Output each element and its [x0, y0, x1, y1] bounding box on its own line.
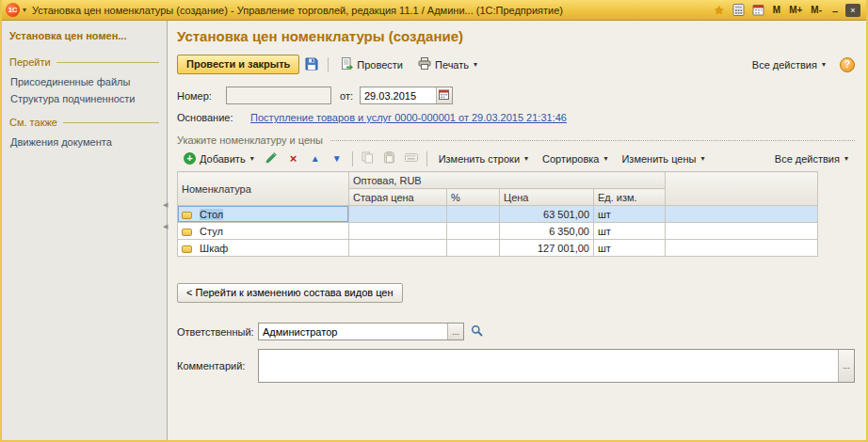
cell-filler [666, 240, 818, 257]
post-button[interactable]: Провести [334, 54, 410, 75]
comment-field: ... [258, 349, 855, 383]
change-rows-button[interactable]: Изменить строки ▾ [432, 150, 535, 168]
document-form: Установка цен номенклатуры (создание) Пр… [168, 21, 866, 440]
sorting-label: Сортировка [542, 153, 599, 165]
basis-link[interactable]: Поступление товаров и услуг 0000-000001 … [250, 112, 567, 123]
cell-filler [666, 223, 818, 240]
splitter-collapse-icon[interactable]: ◀ [163, 201, 168, 208]
nomenclature-item-icon [182, 212, 192, 219]
cell-old-price[interactable] [349, 240, 447, 257]
responsible-label: Ответственный: [177, 326, 258, 338]
sorting-button[interactable]: Сортировка ▾ [536, 150, 614, 168]
save-button[interactable] [301, 55, 322, 74]
change-rows-label: Изменить строки [439, 153, 520, 165]
keyboard-icon [405, 152, 418, 165]
cell-percent[interactable] [447, 240, 500, 257]
chevron-down-icon: ▾ [524, 154, 528, 163]
responsible-search-button[interactable] [466, 322, 487, 341]
number-label: Номер: [177, 90, 226, 102]
goto-row: < Перейти к изменению состава видов цен [177, 283, 855, 303]
table-row[interactable]: Стол 63 501,00 шт [178, 206, 818, 223]
table-all-actions-button[interactable]: Все действия ▾ [768, 150, 855, 168]
table-toolbar: + Добавить ▾ × ▲ ▼ [177, 149, 855, 168]
chevron-down-icon: ▾ [250, 154, 254, 163]
column-header-old-price[interactable]: Старая цена [349, 189, 447, 206]
window-title: Установка цен номенклатуры (создание) - … [32, 5, 708, 16]
cell-unit[interactable]: шт [594, 240, 666, 257]
cell-price[interactable]: 6 350,00 [500, 223, 594, 240]
move-up-button[interactable]: ▲ [305, 149, 326, 168]
column-header-percent[interactable]: % [447, 189, 500, 206]
table-row[interactable]: Стул 6 350,00 шт [178, 223, 818, 240]
column-header-filler [666, 172, 818, 206]
date-picker-calendar-icon [439, 89, 449, 102]
cell-nomenclature[interactable]: Стул [178, 223, 349, 240]
delete-row-button[interactable]: × [283, 149, 304, 168]
post-and-close-button[interactable]: Провести и закрыть [177, 55, 299, 74]
print-label: Печать [435, 59, 469, 71]
date-picker-button[interactable] [436, 87, 452, 103]
cell-percent[interactable] [447, 206, 500, 223]
all-actions-button[interactable]: Все действия ▾ [746, 55, 832, 74]
calculator-icon[interactable] [731, 2, 747, 18]
column-header-nomenclature[interactable]: Номенклатура [178, 172, 349, 206]
splitter-collapse-icon-2[interactable]: ◀ [163, 223, 168, 229]
number-input[interactable] [226, 87, 331, 104]
add-row-button[interactable]: + Добавить ▾ [177, 149, 261, 168]
help-button[interactable]: ? [840, 57, 855, 72]
date-input[interactable] [361, 87, 436, 103]
cell-old-price[interactable] [349, 223, 447, 240]
comment-input[interactable] [259, 350, 838, 382]
print-icon [418, 57, 431, 71]
minimize-icon[interactable]: – [828, 4, 843, 17]
column-header-unit[interactable]: Ед. изм. [594, 189, 666, 206]
table-row[interactable]: Шкаф 127 001,00 шт [178, 240, 818, 257]
main-toolbar: Провести и закрыть Провести Печать ▾ Все… [177, 54, 855, 75]
close-icon[interactable]: × [845, 4, 860, 17]
sidebar-splitter[interactable]: ◀ ◀ [163, 201, 168, 229]
change-prices-button[interactable]: Изменить цены ▾ [615, 150, 711, 168]
comment-row: Комментарий: ... [177, 349, 855, 383]
cell-price[interactable]: 63 501,00 [500, 206, 594, 223]
responsible-select-button[interactable]: ... [447, 324, 463, 339]
favorites-star-icon[interactable]: ★ [711, 2, 728, 18]
sidebar-item-attached-files[interactable]: Присоединенные файлы [9, 73, 159, 90]
sidebar-section-see-also: См. также [9, 117, 159, 128]
comment-expand-button[interactable]: ... [838, 350, 854, 382]
number-date-row: Номер: от: [177, 87, 855, 104]
cell-nomenclature[interactable]: Стол [178, 206, 349, 223]
table-header-row-1: Номенклатура Оптовая, RUB [178, 172, 818, 189]
memory-m-minus-button[interactable]: M- [808, 5, 825, 15]
page-title: Установка цен номенклатуры (создание) [177, 28, 855, 44]
cell-percent[interactable] [447, 223, 500, 240]
memory-m-button[interactable]: M [770, 5, 783, 15]
paste-rows-button[interactable] [379, 149, 400, 168]
cell-unit[interactable]: шт [594, 206, 666, 223]
window-content: Установка цен номен... Перейти Присоедин… [2, 21, 866, 440]
keyboard-input-button[interactable] [401, 149, 422, 168]
edit-row-button[interactable] [262, 149, 282, 168]
sidebar-item-document-movements[interactable]: Движения документа [9, 134, 159, 150]
column-header-price[interactable]: Цена [500, 189, 594, 206]
system-menu-chevron-icon[interactable]: ▾ [23, 6, 26, 14]
memory-m-plus-button[interactable]: M+ [786, 5, 805, 15]
table-toolbar-separator-2 [426, 151, 427, 166]
move-down-button[interactable]: ▼ [327, 149, 347, 168]
comment-label: Комментарий: [177, 360, 258, 371]
cell-unit[interactable]: шт [594, 223, 666, 240]
sidebar-item-subordination-structure[interactable]: Структура подчиненности [9, 90, 159, 107]
cell-old-price[interactable] [349, 206, 447, 223]
goto-price-kinds-button[interactable]: < Перейти к изменению состава видов цен [177, 283, 403, 303]
cell-nomenclature[interactable]: Шкаф [178, 240, 349, 257]
basis-label: Основание: [177, 112, 250, 123]
calendar-icon[interactable] [750, 2, 767, 18]
items-table[interactable]: Номенклатура Оптовая, RUB Старая цена % … [177, 171, 818, 257]
copy-rows-button[interactable] [358, 149, 378, 168]
responsible-input[interactable] [259, 324, 447, 339]
items-group-label: Укажите номенклатуру и цены [177, 134, 323, 146]
column-header-price-type[interactable]: Оптовая, RUB [349, 172, 666, 189]
cell-price[interactable]: 127 001,00 [500, 240, 594, 257]
add-icon: + [184, 152, 196, 165]
items-group-header: Укажите номенклатуру и цены [177, 134, 855, 146]
print-button[interactable]: Печать ▾ [411, 54, 484, 75]
